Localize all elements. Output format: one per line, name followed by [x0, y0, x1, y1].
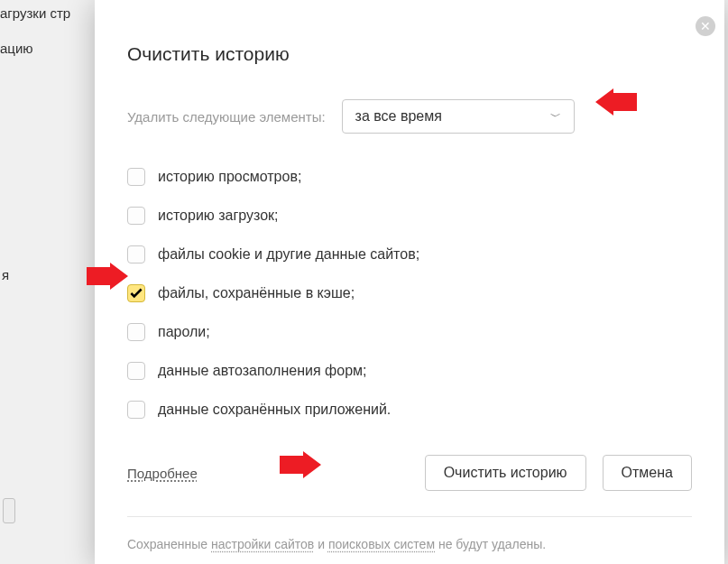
- checkbox-label: пароли;: [158, 324, 210, 340]
- checkbox-label: историю загрузок;: [158, 208, 279, 224]
- close-icon: ✕: [700, 20, 711, 32]
- checkbox-label: данные автозаполнения форм;: [158, 363, 366, 379]
- checkbox-cookies[interactable]: [127, 245, 145, 264]
- checkbox-list: историю просмотров; историю загрузок; фа…: [127, 168, 692, 419]
- checkbox-label: данные сохранённых приложений.: [158, 402, 391, 418]
- footer-link-search-engines[interactable]: поисковых систем: [328, 537, 435, 551]
- checkbox-row-app-data: данные сохранённых приложений.: [127, 401, 692, 419]
- time-range-select[interactable]: за все время ﹀: [342, 99, 575, 134]
- checkbox-row-cache: файлы, сохранённые в кэше;: [127, 284, 692, 302]
- cancel-button[interactable]: Отмена: [603, 455, 692, 491]
- checkbox-app-data[interactable]: [127, 401, 145, 419]
- chevron-down-icon: ﹀: [550, 109, 561, 125]
- clear-history-dialog: ✕ Очистить историю Удалить следующие эле…: [95, 0, 724, 564]
- checkbox-row-autofill: данные автозаполнения форм;: [127, 362, 692, 380]
- checkbox-row-download-history: историю загрузок;: [127, 207, 692, 225]
- time-range-label: Удалить следующие элементы:: [127, 109, 326, 125]
- clear-history-button[interactable]: Очистить историю: [425, 455, 586, 491]
- checkbox-passwords[interactable]: [127, 323, 145, 341]
- footer-link-site-settings[interactable]: настройки сайтов: [211, 537, 314, 551]
- checkbox-cache[interactable]: [127, 284, 145, 302]
- checkbox-autofill[interactable]: [127, 362, 145, 380]
- checkbox-row-cookies: файлы cookie и другие данные сайтов;: [127, 245, 692, 264]
- close-button[interactable]: ✕: [696, 16, 715, 36]
- more-link[interactable]: Подробнее: [127, 466, 198, 481]
- footer-note: Сохраненные настройки сайтов и поисковых…: [127, 517, 692, 564]
- checkbox-label: файлы, сохранённые в кэше;: [158, 285, 355, 301]
- checkbox-browsing-history[interactable]: [127, 168, 145, 186]
- checkbox-label: файлы cookie и другие данные сайтов;: [158, 246, 419, 263]
- time-range-value: за все время: [355, 108, 442, 125]
- checkbox-download-history[interactable]: [127, 207, 145, 225]
- checkbox-row-passwords: пароли;: [127, 323, 692, 341]
- dialog-title: Очистить историю: [127, 43, 692, 65]
- checkbox-row-browsing-history: историю просмотров;: [127, 168, 692, 186]
- checkbox-label: историю просмотров;: [158, 169, 301, 185]
